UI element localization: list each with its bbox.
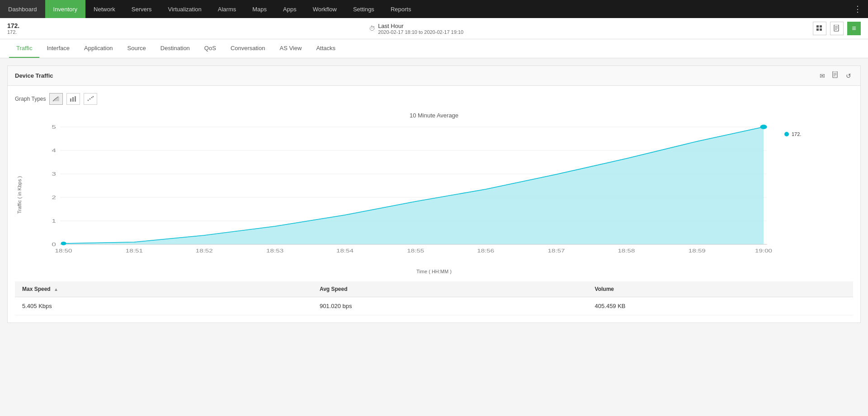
- graph-type-bar-button[interactable]: [66, 93, 80, 105]
- svg-text:18:54: 18:54: [336, 248, 354, 254]
- pdf-export-icon[interactable]: [830, 70, 840, 81]
- svg-text:18:57: 18:57: [548, 248, 565, 254]
- svg-text:18:59: 18:59: [689, 248, 706, 254]
- svg-rect-0: [816, 25, 819, 28]
- stats-table-body: 5.405 Kbps 901.020 bps 405.459 KB: [15, 297, 853, 315]
- tab-bar: Traffic Interface Application Source Des…: [0, 39, 868, 58]
- legend-dot: [784, 132, 789, 136]
- svg-point-17: [90, 98, 91, 100]
- card-header: Device Traffic ✉ ↺: [8, 66, 860, 86]
- svg-text:19:00: 19:00: [755, 248, 772, 254]
- chart-legend: 172.: [781, 122, 853, 267]
- col-volume: Volume: [588, 281, 853, 297]
- x-axis-label: Time ( HH:MM ): [15, 269, 853, 274]
- tab-qos[interactable]: QoS: [197, 39, 223, 58]
- svg-text:18:53: 18:53: [266, 248, 283, 254]
- chart-title: 10 Minute Average: [15, 112, 853, 119]
- svg-text:18:52: 18:52: [196, 248, 213, 254]
- svg-text:5: 5: [52, 124, 56, 130]
- nav-item-alarms[interactable]: Alarms: [210, 0, 244, 18]
- graph-types-selector: Graph Types: [15, 93, 853, 105]
- col-max-speed-label: Max Speed: [22, 286, 51, 292]
- stats-row: 5.405 Kbps 901.020 bps 405.459 KB: [15, 297, 853, 315]
- graph-type-area-button[interactable]: [49, 93, 63, 105]
- graph-type-scatter-button[interactable]: [84, 93, 97, 105]
- refresh-icon[interactable]: ↺: [844, 71, 853, 80]
- main-content: Device Traffic ✉ ↺ Graph Types: [0, 58, 868, 337]
- email-icon[interactable]: ✉: [818, 71, 827, 80]
- svg-point-18: [91, 97, 93, 98]
- nav-item-virtualization[interactable]: Virtualization: [160, 0, 210, 18]
- tab-conversation[interactable]: Conversation: [223, 39, 273, 58]
- device-subtitle: 172.: [7, 29, 19, 35]
- cell-max-speed: 5.405 Kbps: [15, 297, 312, 315]
- time-range-info: ⏱ Last Hour 2020-02-17 18:10 to 2020-02-…: [369, 23, 463, 35]
- svg-rect-2: [816, 28, 819, 31]
- tab-source[interactable]: Source: [120, 39, 153, 58]
- svg-rect-15: [75, 96, 76, 102]
- time-label: Last Hour: [378, 23, 463, 29]
- pdf-button[interactable]: [830, 22, 844, 35]
- grid-view-button[interactable]: [813, 22, 826, 35]
- svg-marker-32: [64, 127, 764, 244]
- graph-types-label: Graph Types: [15, 96, 46, 102]
- svg-marker-12: [53, 97, 59, 101]
- clock-icon: ⏱: [369, 25, 375, 32]
- device-title: 172.: [7, 22, 19, 29]
- tab-interface[interactable]: Interface: [39, 39, 77, 58]
- menu-button[interactable]: ≡: [847, 22, 861, 35]
- y-axis-label: Traffic ( in Kbps ): [15, 122, 24, 267]
- tab-as-view[interactable]: AS View: [272, 39, 309, 58]
- tab-attacks[interactable]: Attacks: [309, 39, 343, 58]
- svg-text:18:50: 18:50: [55, 248, 72, 254]
- tab-traffic[interactable]: Traffic: [9, 39, 39, 58]
- stats-table-header: Max Speed ▲ Avg Speed Volume: [15, 281, 853, 297]
- stats-table: Max Speed ▲ Avg Speed Volume 5.405 Kbps: [15, 281, 853, 315]
- svg-text:1: 1: [52, 218, 56, 224]
- chart-inner: 0 1 2 3 4 5: [26, 122, 781, 267]
- legend-label: 172.: [792, 131, 801, 137]
- cell-avg-speed: 901.020 bps: [312, 297, 588, 315]
- svg-rect-1: [820, 25, 822, 28]
- nav-item-apps[interactable]: Apps: [275, 0, 305, 18]
- col-avg-speed: Avg Speed: [312, 281, 588, 297]
- time-range: 2020-02-17 18:10 to 2020-02-17 19:10: [378, 29, 463, 35]
- nav-item-reports[interactable]: Reports: [382, 0, 420, 18]
- nav-item-servers[interactable]: Servers: [123, 0, 160, 18]
- nav-item-network[interactable]: Network: [85, 0, 123, 18]
- nav-more-button[interactable]: ⋮: [847, 0, 868, 18]
- svg-rect-3: [820, 28, 822, 31]
- svg-text:18:58: 18:58: [618, 248, 635, 254]
- nav-item-workflow[interactable]: Workflow: [305, 0, 345, 18]
- chart-container: 10 Minute Average Traffic ( in Kbps ): [15, 112, 853, 274]
- svg-point-16: [88, 100, 89, 101]
- card-title: Device Traffic: [15, 72, 53, 79]
- svg-point-33: [760, 125, 767, 129]
- col-avg-speed-label: Avg Speed: [320, 286, 348, 292]
- tab-application[interactable]: Application: [77, 39, 120, 58]
- device-traffic-card: Device Traffic ✉ ↺ Graph Types: [7, 65, 861, 323]
- top-navigation: Dashboard Inventory Network Servers Virt…: [0, 0, 868, 18]
- svg-text:18:55: 18:55: [407, 248, 424, 254]
- col-volume-label: Volume: [595, 286, 614, 292]
- nav-item-dashboard[interactable]: Dashboard: [0, 0, 45, 18]
- nav-item-maps[interactable]: Maps: [244, 0, 275, 18]
- svg-text:4: 4: [52, 148, 56, 153]
- header-bar: 172. 172. ⏱ Last Hour 2020-02-17 18:10 t…: [0, 18, 868, 39]
- svg-text:3: 3: [52, 171, 56, 177]
- sort-icon-max-speed: ▲: [54, 287, 58, 292]
- tab-destination[interactable]: Destination: [153, 39, 197, 58]
- nav-item-settings[interactable]: Settings: [345, 0, 382, 18]
- col-max-speed[interactable]: Max Speed ▲: [15, 281, 312, 297]
- svg-text:18:56: 18:56: [477, 248, 494, 254]
- svg-point-19: [93, 96, 94, 98]
- card-body: Graph Types 10 Minute Average Traffic ( …: [8, 86, 860, 323]
- chart-svg: 0 1 2 3 4 5: [26, 122, 781, 267]
- header-actions: ≡: [813, 22, 861, 35]
- breadcrumb: 172. 172.: [7, 22, 19, 35]
- svg-text:18:51: 18:51: [126, 248, 143, 254]
- nav-item-inventory[interactable]: Inventory: [45, 0, 85, 18]
- svg-text:0: 0: [52, 242, 56, 247]
- svg-rect-14: [72, 97, 74, 102]
- chart-area: Traffic ( in Kbps ) 0 1: [15, 122, 853, 267]
